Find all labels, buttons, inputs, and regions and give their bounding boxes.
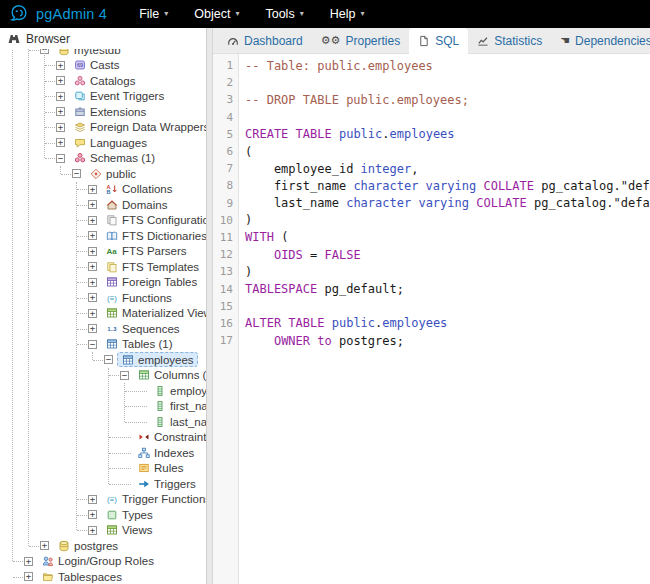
browser-panel: Browser −mytestdb+69Casts+Catalogs+Event… [0, 28, 206, 584]
tree-item-domains[interactable]: +Domains [0, 197, 206, 213]
triggers-icon [137, 477, 150, 490]
expand-icon[interactable]: + [88, 278, 97, 287]
menu-help[interactable]: Help▾ [330, 7, 365, 21]
tree-item-fts-templates[interactable]: +FTS Templates [0, 259, 206, 275]
collapse-icon[interactable]: − [104, 355, 113, 364]
expand-icon[interactable]: + [88, 247, 97, 256]
collapse-icon[interactable]: − [120, 371, 129, 380]
properties-icon: ⚙⚙ [321, 35, 341, 46]
expand-icon[interactable]: + [40, 541, 49, 550]
tree-connector [125, 391, 147, 392]
expand-icon[interactable]: + [88, 309, 97, 318]
tree-item-mytestdb[interactable]: −mytestdb [0, 49, 206, 58]
fts-parsers-icon: Aa [105, 245, 118, 258]
tree-item-foreign-tables[interactable]: +Foreign Tables [0, 275, 206, 291]
code-line: 11WITH ( [213, 229, 650, 246]
tree-item-triggers[interactable]: Triggers [0, 476, 206, 492]
expand-icon[interactable]: + [88, 293, 97, 302]
menu-tools[interactable]: Tools▾ [265, 7, 303, 21]
panel-splitter[interactable] [206, 28, 213, 584]
expand-icon[interactable]: + [88, 262, 97, 271]
tree-item-tables-1[interactable]: −Tables (1) [0, 337, 206, 353]
tree-item-indexes[interactable]: Indexes [0, 445, 206, 461]
line-number: 14 [213, 283, 233, 296]
collapse-icon[interactable]: − [88, 340, 97, 349]
tree-connector [125, 406, 147, 407]
line-number: 15 [213, 300, 233, 313]
expand-icon[interactable]: + [88, 200, 97, 209]
tab-sql[interactable]: SQL [409, 28, 468, 54]
tab-properties[interactable]: ⚙⚙Properties [312, 28, 409, 53]
tree-item-types[interactable]: +Types [0, 507, 206, 523]
tree-connector [77, 530, 87, 531]
tree-item-functions[interactable]: +(≡)Functions [0, 290, 206, 306]
tree-item-columns-3[interactable]: −Columns (3) [0, 368, 206, 384]
tree-item-casts[interactable]: +69Casts [0, 58, 206, 74]
tree-item-login-group-roles[interactable]: +Login/Group Roles [0, 554, 206, 570]
chevron-down-icon: ▾ [235, 10, 239, 18]
tree-item-public[interactable]: −public [0, 166, 206, 182]
expand-icon[interactable]: + [88, 185, 97, 194]
tree-item-rules[interactable]: Rules [0, 461, 206, 477]
tree-item-event-triggers[interactable]: +Event Triggers [0, 89, 206, 105]
tree-item-foreign-data-wrappers[interactable]: +Foreign Data Wrappers [0, 120, 206, 136]
tree-item-label: Login/Group Roles [58, 555, 154, 567]
sql-editor[interactable]: 1-- Table: public.employees23-- DROP TAB… [213, 54, 650, 584]
expand-icon[interactable]: + [56, 123, 65, 132]
tree-item-views[interactable]: +Views [0, 523, 206, 539]
tab-statistics[interactable]: Statistics [468, 28, 551, 53]
expand-icon[interactable]: + [24, 557, 33, 566]
collapse-icon[interactable]: − [72, 169, 81, 178]
tree-item-schemas-1[interactable]: −Schemas (1) [0, 151, 206, 167]
fts-templates-icon [105, 260, 118, 273]
expand-icon[interactable]: + [88, 324, 97, 333]
tree-item-postgres[interactable]: +postgres [0, 538, 206, 554]
tree-item-label: employees [138, 354, 194, 366]
tree-item-employee-id[interactable]: employee_id [0, 383, 206, 399]
tree-node: FTS Templates [101, 259, 203, 274]
tab-dashboard[interactable]: Dashboard [218, 28, 312, 53]
tree-item-fts-dictionaries[interactable]: +FTS Dictionaries [0, 228, 206, 244]
expand-icon[interactable]: + [88, 231, 97, 240]
pgadmin-window: pgAdmin 4 File▾Object▾Tools▾Help▾ Browse… [0, 0, 650, 584]
expand-icon[interactable]: + [56, 138, 65, 147]
line-number: 1 [213, 59, 233, 72]
tree-item-languages[interactable]: +Languages [0, 135, 206, 151]
code-token: COLLATE [476, 196, 527, 210]
collapse-icon[interactable]: − [56, 154, 65, 163]
expand-icon[interactable]: + [56, 107, 65, 116]
tree-item-extensions[interactable]: +Extensions [0, 104, 206, 120]
tree-connector [77, 267, 87, 268]
tree-item-fts-parsers[interactable]: +AaFTS Parsers [0, 244, 206, 260]
object-tree[interactable]: −mytestdb+69Casts+Catalogs+Event Trigger… [0, 49, 206, 584]
tree-item-tablespaces[interactable]: +Tablespaces [0, 569, 206, 584]
expand-icon[interactable]: + [24, 572, 33, 581]
tree-item-label: Constraints [154, 431, 206, 443]
menu-file[interactable]: File▾ [139, 7, 168, 21]
tree-item-sequences[interactable]: +1..3Sequences [0, 321, 206, 337]
tree-item-trigger-functions[interactable]: +(≡)Trigger Functions [0, 492, 206, 508]
tree-item-first-name[interactable]: first_name [0, 399, 206, 415]
tree-item-collations[interactable]: +ABCollations [0, 182, 206, 198]
expand-icon[interactable]: + [88, 216, 97, 225]
expand-icon[interactable]: + [88, 510, 97, 519]
tree-guide-line [76, 182, 77, 531]
tree-guide-line [108, 368, 109, 484]
tree-item-fts-configurations[interactable]: +FTS Configurations [0, 213, 206, 229]
tree-item-materialized-views[interactable]: +Materialized Views [0, 306, 206, 322]
menu-label: Tools [265, 7, 294, 21]
tree-item-constraints[interactable]: Constraints [0, 430, 206, 446]
tree-node: Views [101, 523, 156, 538]
tree-item-last-name[interactable]: last_name [0, 414, 206, 430]
expand-icon[interactable]: + [56, 92, 65, 101]
languages-icon [73, 136, 86, 149]
menu-object[interactable]: Object▾ [194, 7, 239, 21]
expand-icon[interactable]: + [88, 526, 97, 535]
expand-icon[interactable]: + [56, 76, 65, 85]
expand-icon[interactable]: + [56, 61, 65, 70]
expand-icon[interactable]: + [88, 495, 97, 504]
tab-dependencies[interactable]: ☚Dependencies [551, 28, 650, 53]
chevron-down-icon: ▾ [164, 10, 168, 18]
tree-item-employees[interactable]: −employees [0, 352, 206, 368]
tree-item-catalogs[interactable]: +Catalogs [0, 73, 206, 89]
